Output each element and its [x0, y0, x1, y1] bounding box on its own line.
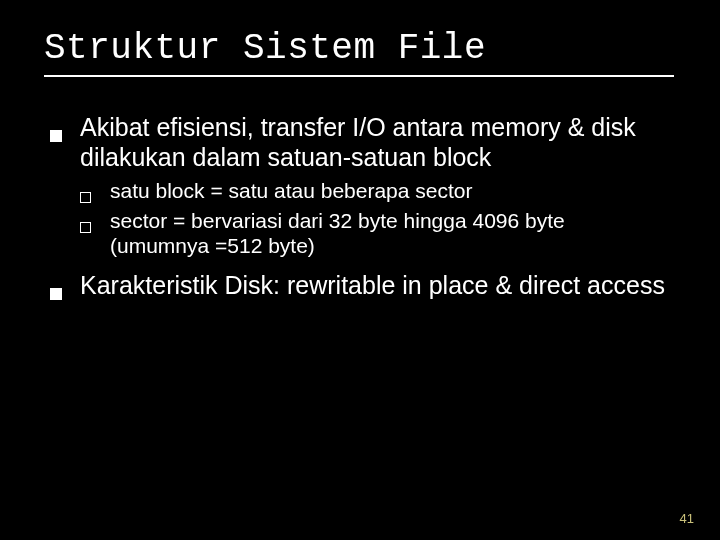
- square-open-bullet-icon: [80, 213, 91, 239]
- title-underline: [44, 75, 674, 77]
- list-item: sector = bervariasi dari 32 byte hingga …: [80, 208, 666, 259]
- square-open-bullet-icon: [80, 183, 91, 209]
- bullet-text: sector = bervariasi dari 32 byte hingga …: [110, 209, 565, 258]
- bullet-text: Karakteristik Disk: rewritable in place …: [80, 271, 665, 299]
- slide-title: Struktur Sistem File: [44, 28, 676, 69]
- content-area: Akibat efisiensi, transfer I/O antara me…: [44, 113, 676, 300]
- bullet-text: Akibat efisiensi, transfer I/O antara me…: [80, 113, 636, 171]
- list-item: satu block = satu atau beberapa sector: [80, 178, 666, 204]
- square-bullet-icon: [50, 277, 62, 307]
- bullet-text: satu block = satu atau beberapa sector: [110, 179, 473, 202]
- list-item: Karakteristik Disk: rewritable in place …: [50, 271, 666, 301]
- page-number: 41: [680, 511, 694, 526]
- bullet-list: Akibat efisiensi, transfer I/O antara me…: [50, 113, 666, 300]
- square-bullet-icon: [50, 119, 62, 149]
- sub-bullet-list: satu block = satu atau beberapa sector s…: [80, 178, 666, 259]
- title-block: Struktur Sistem File: [44, 28, 676, 85]
- slide: Struktur Sistem File Akibat efisiensi, t…: [0, 0, 720, 540]
- list-item: Akibat efisiensi, transfer I/O antara me…: [50, 113, 666, 259]
